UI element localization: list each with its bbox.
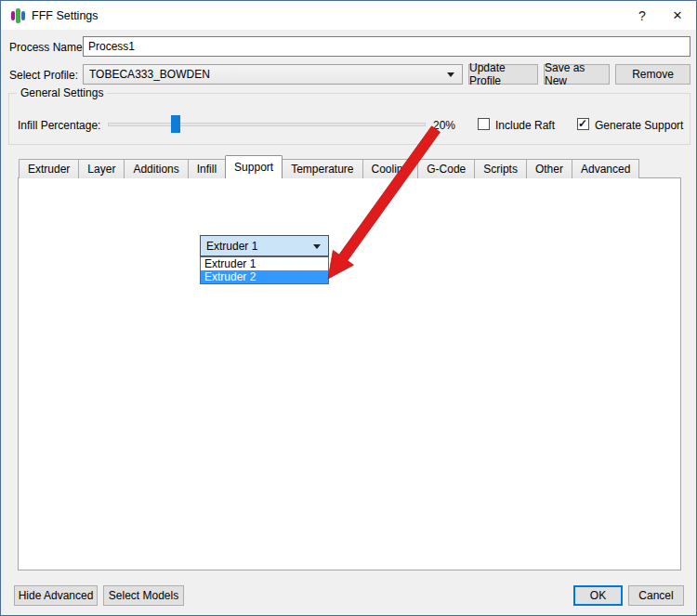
support-extruder-value: Extruder 1 xyxy=(206,240,257,253)
tab-other[interactable]: Other xyxy=(526,159,572,178)
remove-button[interactable]: Remove xyxy=(615,64,690,85)
tab-additions[interactable]: Additions xyxy=(124,159,188,178)
settings-tabbar: Extruder Layer Additions Infill Support … xyxy=(19,155,638,178)
dropdown-option-extruder-1[interactable]: Extruder 1 xyxy=(201,257,328,270)
general-settings-title: General Settings xyxy=(17,86,107,99)
infill-percentage-value: 20% xyxy=(433,119,455,132)
title-bar[interactable]: FFF Settings ? ✕ xyxy=(1,1,696,30)
fff-settings-dialog: FFF Settings ? ✕ Process Name: Select Pr… xyxy=(0,0,697,616)
tab-advanced[interactable]: Advanced xyxy=(572,159,639,178)
tab-gcode[interactable]: G-Code xyxy=(417,159,475,178)
profile-select[interactable]: TOBECA333_BOWDEN xyxy=(83,64,463,85)
tab-temperature[interactable]: Temperature xyxy=(282,159,362,178)
support-extruder-select[interactable]: Extruder 1 xyxy=(200,235,329,256)
tab-scripts[interactable]: Scripts xyxy=(474,159,527,178)
process-name-label: Process Name: xyxy=(9,41,85,54)
tab-infill[interactable]: Infill xyxy=(188,159,226,178)
chevron-down-icon xyxy=(313,244,321,249)
tab-cooling[interactable]: Cooling xyxy=(362,159,419,178)
support-extruder-dropdown: Extruder 1 Extruder 2 xyxy=(200,256,329,284)
profile-select-value: TOBECA333_BOWDEN xyxy=(89,68,210,81)
infill-slider[interactable] xyxy=(108,123,426,126)
chevron-down-icon xyxy=(447,72,454,77)
include-raft-label: Include Raft xyxy=(495,119,555,132)
generate-support-checkbox[interactable] xyxy=(577,118,589,130)
tab-support[interactable]: Support xyxy=(225,155,283,178)
dropdown-option-extruder-2[interactable]: Extruder 2 xyxy=(201,270,328,283)
select-profile-label: Select Profile: xyxy=(9,69,78,82)
close-icon[interactable]: ✕ xyxy=(659,1,696,30)
ok-button[interactable]: OK xyxy=(573,585,623,606)
tab-layer[interactable]: Layer xyxy=(78,159,125,178)
infill-slider-handle[interactable] xyxy=(171,115,180,133)
tab-extruder[interactable]: Extruder xyxy=(19,159,79,178)
process-name-input[interactable] xyxy=(83,36,690,57)
help-button[interactable]: ? xyxy=(625,1,659,30)
cancel-button[interactable]: Cancel xyxy=(628,585,684,606)
support-tab-panel xyxy=(18,177,681,570)
app-logo-icon xyxy=(11,8,26,23)
hide-advanced-button[interactable]: Hide Advanced xyxy=(14,585,98,606)
window-title: FFF Settings xyxy=(32,9,99,22)
generate-support-label: Generate Support xyxy=(595,119,683,132)
select-models-button[interactable]: Select Models xyxy=(103,585,184,606)
save-as-new-button[interactable]: Save as New xyxy=(544,64,610,85)
include-raft-checkbox[interactable] xyxy=(478,118,490,130)
infill-percentage-label: Infill Percentage: xyxy=(18,119,100,132)
update-profile-button[interactable]: Update Profile xyxy=(468,64,538,85)
